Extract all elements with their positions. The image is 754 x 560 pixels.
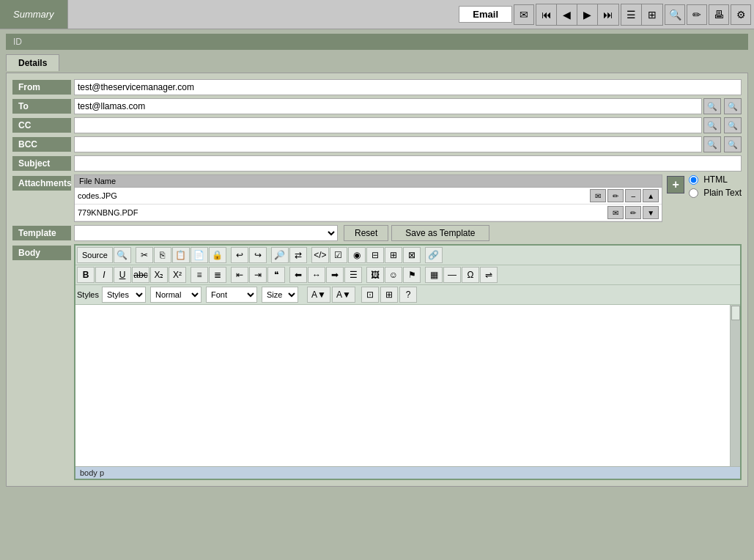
normal-select[interactable]: Normal [150,287,202,303]
html-radio[interactable] [689,175,698,185]
nav-prev-btn[interactable]: ◀ [557,4,577,25]
link-btn[interactable]: 🔗 [425,247,443,263]
find-btn[interactable]: 🔎 [271,247,289,263]
attach-edit-btn-1[interactable]: ✏ [607,189,624,202]
subject-label: Subject [12,156,71,171]
strikethrough-btn[interactable]: abc [132,267,149,283]
hr-btn[interactable]: — [443,267,461,283]
edit-btn[interactable]: ✏ [687,4,707,25]
reset-button[interactable]: Reset [344,225,388,241]
to-lookup-btn-2[interactable]: 🔍 [724,98,742,114]
lock-btn[interactable]: 🔒 [209,247,226,263]
align-justify-btn[interactable]: ☰ [344,267,362,283]
source-btn[interactable]: Source [77,247,113,263]
attach-scroll-up-1[interactable]: ▲ [643,189,659,202]
nav-last-btn[interactable]: ⏭ [598,4,618,25]
bcc-input[interactable] [74,136,702,152]
undo-btn[interactable]: ↩ [231,247,248,263]
bcc-lookup-btn-2[interactable]: 🔍 [724,136,742,152]
zoom-btn[interactable]: 🔍 [665,4,685,25]
help-btn[interactable]: ? [399,287,417,303]
bcc-lookup-btn-1[interactable]: 🔍 [703,136,721,152]
remove-row-btn[interactable]: ⊠ [403,247,421,263]
smiley-btn[interactable]: ☺ [385,267,402,283]
size-select[interactable]: Size [262,287,298,303]
insert-row-btn[interactable]: ⊞ [385,247,402,263]
save-template-button[interactable]: Save as Template [391,225,489,241]
table-btn[interactable]: ⊟ [366,247,384,263]
attach-scroll-down-2[interactable]: ▼ [643,206,659,219]
from-input[interactable] [74,79,742,95]
resize-btn[interactable]: ⊞ [380,287,398,303]
cc-lookup-btn-1[interactable]: 🔍 [703,117,721,133]
size-wrap: Size [262,287,298,303]
subject-input[interactable] [74,155,742,172]
nav-first-btn[interactable]: ⏮ [536,4,557,25]
attach-email-btn-1[interactable]: ✉ [590,189,606,202]
subject-row: Subject [12,155,742,172]
image-btn[interactable]: 🖼 [366,267,384,283]
settings-btn[interactable]: ⚙ [731,4,751,25]
special-char-btn[interactable]: Ω [462,267,479,283]
bcc-row: BCC 🔍 🔍 [12,136,742,152]
details-tab-btn[interactable]: Details [6,54,59,71]
attach-delete-btn-1[interactable]: – [625,189,641,202]
template-select[interactable] [74,225,338,241]
flag-btn[interactable]: ⚑ [403,267,421,283]
styles-wrap: Styles Styles [77,287,146,303]
superscript-btn[interactable]: X² [169,267,186,283]
blockquote-btn[interactable]: ❝ [267,267,285,283]
template-btn[interactable]: ⊡ [361,287,379,303]
attach-email-btn-2[interactable]: ✉ [607,206,624,219]
bg-color-btn[interactable]: A▼ [332,287,355,303]
align-right-btn[interactable]: ➡ [326,267,344,283]
editor-scrollbar[interactable] [730,305,740,466]
email-icon-btn[interactable]: ✉ [514,4,534,25]
copy-btn[interactable]: ⎘ [154,247,171,263]
subscript-btn[interactable]: X₂ [150,267,168,283]
bold-btn[interactable]: B [77,267,95,283]
search-icon-btn[interactable]: 🔍 [114,247,131,263]
email-tab[interactable]: Email [459,6,512,23]
italic-btn[interactable]: I [95,267,113,283]
attach-row-2: 779KNBNG.PDF ✉ ✏ ▼ [75,205,662,221]
cc-row: CC 🔍 🔍 [12,117,742,133]
ul-btn[interactable]: ≡ [191,267,208,283]
align-left-btn[interactable]: ⬅ [289,267,307,283]
ol-btn[interactable]: ≣ [209,267,226,283]
indent-btn[interactable]: ⇥ [249,267,267,283]
attachments-label: Attachments [12,176,71,191]
plain-radio[interactable] [689,188,698,198]
redo-btn[interactable]: ↪ [249,247,267,263]
paste-text-btn[interactable]: 📄 [191,247,208,263]
font-select[interactable]: Font [206,287,257,303]
form-area: From To 🔍 🔍 CC 🔍 🔍 BCC 🔍 [6,73,748,487]
to-lookup-btn-1[interactable]: 🔍 [703,98,721,114]
list-view-btn[interactable]: ☰ [621,4,642,25]
cc-input[interactable] [74,117,702,133]
scrollbar-thumb[interactable] [731,306,740,320]
styles-select[interactable]: Styles [102,287,146,303]
font-color-btn[interactable]: A▼ [307,287,330,303]
radio-btn[interactable]: ◉ [348,247,366,263]
checkbox-btn[interactable]: ☑ [330,247,347,263]
to-input[interactable] [74,98,702,114]
summary-tab[interactable]: Summary [0,0,68,29]
insert-code-btn[interactable]: </> [311,247,329,263]
editor-content-area[interactable] [75,305,740,466]
paste-btn[interactable]: 📋 [172,247,190,263]
print-btn[interactable]: 🖶 [709,4,729,25]
grid-view-btn[interactable]: ⊞ [642,4,662,25]
replace-btn[interactable]: ⇄ [289,247,307,263]
outdent-btn[interactable]: ⇤ [231,267,248,283]
table2-btn[interactable]: ▦ [425,267,443,283]
underline-btn[interactable]: U [114,267,131,283]
align-center-btn[interactable]: ↔ [308,267,325,283]
cc-lookup-btn-2[interactable]: 🔍 [724,117,742,133]
attach-add-btn[interactable]: + [667,176,684,194]
nav-play-btn[interactable]: ▶ [577,4,598,25]
styles-label: Styles [77,290,99,299]
cut-btn[interactable]: ✂ [136,247,153,263]
attach-edit-btn-2[interactable]: ✏ [625,206,641,219]
dir-btn[interactable]: ⇌ [480,267,498,283]
